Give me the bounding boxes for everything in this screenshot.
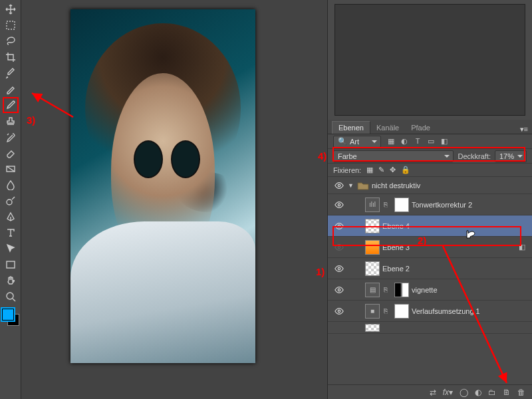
visibility-toggle-icon[interactable] xyxy=(333,263,345,275)
eraser-tool-icon[interactable] xyxy=(3,146,18,160)
rectangle-tool-icon[interactable] xyxy=(3,257,18,272)
marquee-tool-icon[interactable] xyxy=(3,18,18,33)
new-adjustment-icon[interactable]: ◐ xyxy=(475,388,481,397)
new-layer-icon[interactable]: 🗎 xyxy=(503,388,511,397)
add-mask-icon[interactable]: ◯ xyxy=(460,388,468,397)
filter-adjust-icon[interactable]: ◐ xyxy=(398,137,410,146)
document-canvas-area xyxy=(21,0,327,399)
svg-point-5 xyxy=(338,184,340,187)
layer-filter-select[interactable]: 🔍Art xyxy=(333,136,381,148)
layer-effects-icon[interactable]: ◧ xyxy=(519,243,525,251)
folder-icon xyxy=(357,181,369,190)
layer-name[interactable]: Verlaufsumsetzung 1 xyxy=(412,307,480,315)
lock-transparent-icon[interactable]: ▦ xyxy=(366,166,373,174)
document-image[interactable] xyxy=(70,9,255,363)
layer-name[interactable]: Tonwertkorrektur 2 xyxy=(412,201,472,209)
blur-tool-icon[interactable] xyxy=(3,178,18,192)
dodge-tool-icon[interactable] xyxy=(3,194,18,208)
svg-point-6 xyxy=(338,203,340,206)
lock-label: Fixieren: xyxy=(333,166,361,174)
layer-thumb[interactable] xyxy=(365,219,380,233)
visibility-toggle-icon[interactable] xyxy=(333,322,345,334)
opacity-field[interactable]: 17% xyxy=(495,150,527,162)
layers-list: ▼ nicht destruktiv ılıl ⎘ Tonwertkorrekt… xyxy=(328,177,532,384)
filter-shape-icon[interactable]: ▭ xyxy=(425,137,437,146)
tab-paths[interactable]: Pfade xyxy=(405,122,436,134)
path-select-tool-icon[interactable] xyxy=(3,241,18,256)
link-icon: ⎘ xyxy=(384,286,393,293)
filter-type-icon[interactable]: T xyxy=(412,137,424,146)
foreground-color-swatch[interactable] xyxy=(2,309,14,321)
visibility-toggle-icon[interactable] xyxy=(333,284,345,296)
layer-name[interactable]: Ebene 4 xyxy=(382,222,410,230)
disclosure-triangle-icon[interactable]: ▼ xyxy=(348,182,356,189)
eyedropper-tool-icon[interactable] xyxy=(3,66,18,80)
visibility-toggle-icon[interactable] xyxy=(333,220,345,232)
tab-channels[interactable]: Kanäle xyxy=(370,122,405,134)
svg-point-7 xyxy=(338,225,340,227)
layer-group[interactable]: ▼ nicht destruktiv xyxy=(328,177,532,194)
visibility-toggle-icon[interactable] xyxy=(333,199,345,211)
visibility-toggle-icon[interactable] xyxy=(333,180,345,192)
layer-row[interactable]: Ebene 2 xyxy=(328,258,532,279)
adjustment-thumb-icon: ■ xyxy=(365,304,380,319)
link-layers-icon[interactable]: ⇄ xyxy=(430,388,436,397)
blend-opacity-row: Farbe Deckkraft: 17% xyxy=(328,149,532,164)
link-icon: ⎘ xyxy=(384,201,393,208)
new-group-icon[interactable]: 🗀 xyxy=(488,388,496,397)
visibility-toggle-icon[interactable] xyxy=(333,305,345,317)
visibility-toggle-icon[interactable] xyxy=(333,241,345,253)
history-brush-tool-icon[interactable] xyxy=(3,130,18,144)
color-swatches[interactable] xyxy=(2,309,19,326)
brush-tool-icon[interactable] xyxy=(3,98,18,112)
lock-row: Fixieren: ▦ ✎ ✥ 🔒 xyxy=(328,164,532,177)
layers-panel-footer: ⇄ fx▾ ◯ ◐ 🗀 🗎 🗑 xyxy=(328,384,532,399)
layer-name[interactable]: vignette xyxy=(412,286,438,294)
healing-brush-tool-icon[interactable] xyxy=(3,82,18,96)
type-tool-icon[interactable] xyxy=(3,225,18,240)
layer-name[interactable]: nicht destruktiv xyxy=(372,182,420,190)
layer-row-partial[interactable] xyxy=(328,322,532,334)
layers-panel-tabs: Ebenen Kanäle Pfade ▾≡ xyxy=(328,120,532,134)
svg-point-9 xyxy=(338,267,340,270)
layer-row[interactable]: Ebene 3 ◧ xyxy=(328,237,532,258)
opacity-label: Deckkraft: xyxy=(458,152,491,160)
svg-line-12 xyxy=(32,93,73,117)
hand-tool-icon[interactable] xyxy=(3,273,18,288)
layer-row[interactable]: ▤ ⎘ vignette xyxy=(328,279,532,301)
delete-layer-icon[interactable]: 🗑 xyxy=(517,388,525,397)
blend-mode-select[interactable]: Farbe xyxy=(333,150,454,162)
right-panel-dock: Ebenen Kanäle Pfade ▾≡ 🔍Art ▦ ◐ T ▭ ◧ Fa… xyxy=(327,0,532,399)
zoom-tool-icon[interactable] xyxy=(3,289,18,304)
layer-row[interactable]: ılıl ⎘ Tonwertkorrektur 2 xyxy=(328,194,532,215)
tool-toolbar xyxy=(0,0,21,399)
tab-layers[interactable]: Ebenen xyxy=(332,121,370,134)
filter-pixel-icon[interactable]: ▦ xyxy=(385,137,397,146)
move-tool-icon[interactable] xyxy=(3,2,18,17)
mask-thumb[interactable] xyxy=(394,304,409,319)
lock-pixels-icon[interactable]: ✎ xyxy=(378,166,384,174)
layer-row[interactable]: ■ ⎘ Verlaufsumsetzung 1 xyxy=(328,301,532,322)
mask-thumb[interactable] xyxy=(394,283,409,297)
pen-tool-icon[interactable] xyxy=(3,209,18,224)
layer-filter-icons: ▦ ◐ T ▭ ◧ xyxy=(385,137,450,146)
lock-all-icon[interactable]: 🔒 xyxy=(401,166,410,174)
svg-rect-0 xyxy=(7,21,15,29)
crop-tool-icon[interactable] xyxy=(3,50,18,65)
layer-thumb[interactable] xyxy=(365,240,380,255)
layer-thumb[interactable] xyxy=(365,324,380,332)
layer-name[interactable]: Ebene 2 xyxy=(382,265,410,273)
gradient-tool-icon[interactable] xyxy=(3,162,18,176)
layer-style-icon[interactable]: fx▾ xyxy=(443,388,453,397)
mask-thumb[interactable] xyxy=(394,198,409,212)
svg-point-10 xyxy=(338,289,340,291)
panel-menu-icon[interactable]: ▾≡ xyxy=(520,125,528,134)
layer-thumb[interactable] xyxy=(365,261,380,276)
lock-position-icon[interactable]: ✥ xyxy=(390,166,396,174)
lasso-tool-icon[interactable] xyxy=(3,34,18,49)
stamp-tool-icon[interactable] xyxy=(3,114,18,128)
layer-filter-row: 🔍Art ▦ ◐ T ▭ ◧ xyxy=(328,134,532,149)
layer-row-selected[interactable]: Ebene 4 xyxy=(328,215,532,237)
filter-smart-icon[interactable]: ◧ xyxy=(438,137,450,146)
layer-name[interactable]: Ebene 3 xyxy=(382,243,410,251)
